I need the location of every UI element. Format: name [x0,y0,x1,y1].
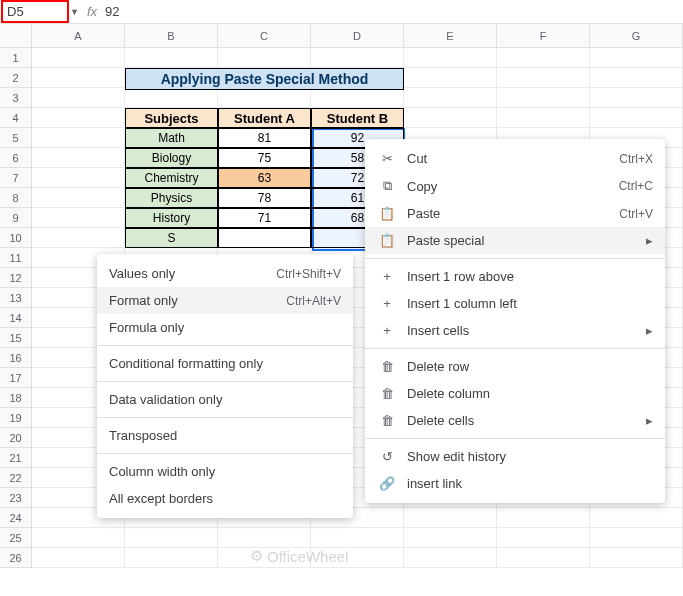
row-header[interactable]: 9 [0,208,32,228]
submenu-data-validation[interactable]: Data validation only [97,386,353,413]
cell[interactable] [404,548,497,568]
cell[interactable] [590,108,683,128]
cell[interactable] [125,548,218,568]
cell[interactable] [497,508,590,528]
cell[interactable] [497,528,590,548]
cell[interactable] [32,48,125,68]
row-header[interactable]: 1 [0,48,32,68]
submenu-conditional-formatting[interactable]: Conditional formatting only [97,350,353,377]
cell[interactable] [125,48,218,68]
cell[interactable] [497,548,590,568]
menu-insert-row[interactable]: +Insert 1 row above [365,263,665,290]
data-cell[interactable]: 78 [218,188,311,208]
data-cell[interactable]: 71 [218,208,311,228]
row-header[interactable]: 10 [0,228,32,248]
cell[interactable] [32,188,125,208]
cell[interactable] [404,508,497,528]
menu-insert-col[interactable]: +Insert 1 column left [365,290,665,317]
cell[interactable] [404,68,497,88]
row-header[interactable]: 6 [0,148,32,168]
row-header[interactable]: 20 [0,428,32,448]
data-cell[interactable]: Biology [125,148,218,168]
cell[interactable] [125,528,218,548]
row-header[interactable]: 13 [0,288,32,308]
cell[interactable] [590,88,683,108]
cell[interactable] [590,68,683,88]
row-header[interactable]: 14 [0,308,32,328]
data-cell[interactable]: Chemistry [125,168,218,188]
cell[interactable] [590,508,683,528]
cell[interactable] [404,88,497,108]
row-header[interactable]: 26 [0,548,32,568]
col-header[interactable]: F [497,24,590,48]
formula-bar[interactable]: 92 [105,4,119,19]
cell[interactable] [404,528,497,548]
data-cell[interactable]: 81 [218,128,311,148]
menu-show-history[interactable]: ↺Show edit history [365,443,665,470]
row-header[interactable]: 16 [0,348,32,368]
row-header[interactable]: 4 [0,108,32,128]
submenu-format-only[interactable]: Format onlyCtrl+Alt+V [97,287,353,314]
row-header[interactable]: 25 [0,528,32,548]
submenu-all-except-borders[interactable]: All except borders [97,485,353,512]
cell[interactable] [32,108,125,128]
cell[interactable] [32,228,125,248]
corner-cell[interactable] [0,24,32,48]
data-cell[interactable]: Math [125,128,218,148]
cell[interactable] [32,208,125,228]
cell[interactable] [590,48,683,68]
data-cell[interactable]: 63 [218,168,311,188]
cell[interactable] [32,548,125,568]
menu-delete-row[interactable]: 🗑Delete row [365,353,665,380]
col-header[interactable]: B [125,24,218,48]
row-header[interactable]: 12 [0,268,32,288]
menu-cut[interactable]: ✂CutCtrl+X [365,145,665,172]
cell[interactable] [32,88,125,108]
cell[interactable] [32,128,125,148]
row-header[interactable]: 3 [0,88,32,108]
cell[interactable] [218,528,311,548]
data-cell[interactable]: Subjects [125,108,218,128]
row-header[interactable]: 21 [0,448,32,468]
cell[interactable] [497,68,590,88]
menu-delete-cells[interactable]: 🗑Delete cells▸ [365,407,665,434]
data-cell[interactable]: 75 [218,148,311,168]
row-header[interactable]: 11 [0,248,32,268]
cell[interactable] [404,48,497,68]
row-header[interactable]: 5 [0,128,32,148]
cell[interactable] [125,88,218,108]
data-cell[interactable]: Physics [125,188,218,208]
data-cell[interactable] [218,228,311,248]
cell[interactable] [497,48,590,68]
row-header[interactable]: 2 [0,68,32,88]
menu-insert-link[interactable]: 🔗insert link [365,470,665,497]
row-header[interactable]: 18 [0,388,32,408]
row-header[interactable]: 7 [0,168,32,188]
submenu-formula-only[interactable]: Formula only [97,314,353,341]
menu-copy[interactable]: ⧉CopyCtrl+C [365,172,665,200]
col-header[interactable]: E [404,24,497,48]
data-cell[interactable]: Applying Paste Special Method [125,68,404,90]
data-cell[interactable]: Student B [311,108,404,128]
row-header[interactable]: 15 [0,328,32,348]
row-header[interactable]: 8 [0,188,32,208]
cell[interactable] [497,88,590,108]
cell[interactable] [590,528,683,548]
row-header[interactable]: 17 [0,368,32,388]
cell[interactable] [218,88,311,108]
menu-insert-cells[interactable]: +Insert cells▸ [365,317,665,344]
data-cell[interactable]: History [125,208,218,228]
col-header[interactable]: A [32,24,125,48]
submenu-column-width[interactable]: Column width only [97,458,353,485]
row-header[interactable]: 19 [0,408,32,428]
submenu-transposed[interactable]: Transposed [97,422,353,449]
col-header[interactable]: G [590,24,683,48]
menu-paste-special[interactable]: 📋Paste special▸ [365,227,665,254]
cell[interactable] [32,168,125,188]
menu-delete-col[interactable]: 🗑Delete column [365,380,665,407]
row-header[interactable]: 23 [0,488,32,508]
row-header[interactable]: 24 [0,508,32,528]
data-cell[interactable]: Student A [218,108,311,128]
name-box[interactable]: D5 [1,0,69,23]
cell[interactable] [311,48,404,68]
